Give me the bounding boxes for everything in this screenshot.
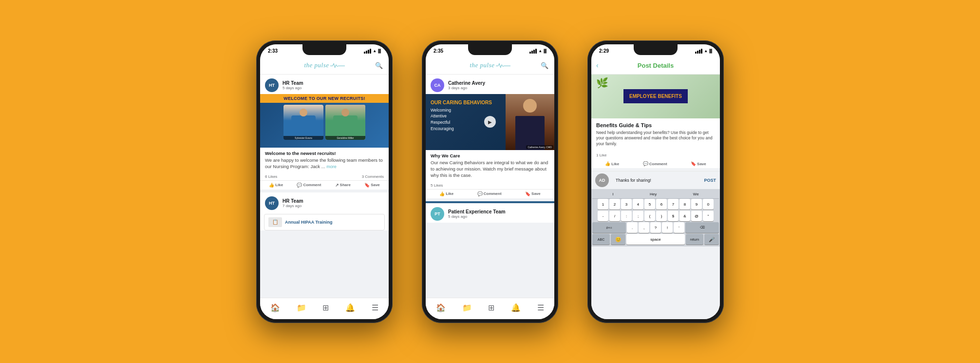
comment-btn-1[interactable]: 💬Comment [297,183,321,188]
plant-icon: 🌿 [596,77,608,89]
save-icon-1: 🔖 [364,183,370,188]
key-period[interactable]: . [627,222,638,233]
avatar-ad-1: AD [595,173,609,187]
key-space[interactable]: space [626,234,685,245]
key-row-1: 1 2 3 4 5 6 7 8 9 0 [592,199,719,210]
battery-icon-1: ▓ [378,49,381,53]
key-4[interactable]: 4 [633,199,643,210]
key-quote[interactable]: " [703,210,714,221]
author-info-ca: Catherine Avery 3 days ago [448,80,549,90]
key-exclaim[interactable]: ! [662,222,673,233]
suggest-1[interactable]: I [612,192,613,196]
pulse-svg-1 [330,62,345,68]
tab-folder-1[interactable]: 📁 [297,303,306,312]
signal-icon-3 [695,49,702,54]
key-amp[interactable]: & [679,210,690,221]
play-btn-1[interactable]: ▶ [484,116,496,128]
post-card-1: HT HR Team 5 days ago WELCOME TO OUR NEW… [260,75,389,190]
search-icon-2[interactable]: 🔍 [541,62,548,69]
save-btn-ca[interactable]: 🔖Save [525,191,541,196]
key-8[interactable]: 8 [679,199,690,210]
key-apos[interactable]: ' [674,222,684,233]
tab-bell-2[interactable]: 🔔 [511,303,521,312]
wifi-icon-1: ▲ [373,49,377,53]
suggest-3[interactable]: We [693,192,699,196]
key-7[interactable]: 7 [668,199,678,210]
tab-home-2[interactable]: 🏠 [436,303,446,312]
tab-bar-1: 🏠 📁 ⊞ 🔔 ☰ [260,298,389,319]
comment-input[interactable]: Thanks for sharing! [612,176,701,184]
like-btn-3[interactable]: 👍Like [605,161,619,166]
like-btn-1[interactable]: 👍Like [269,183,283,188]
post-time-pt: 5 days ago [448,214,549,219]
key-1[interactable]: 1 [598,199,608,210]
like-icon-ca: 👍 [439,191,445,196]
share-btn-1[interactable]: ↗Share [335,183,351,188]
key-3[interactable]: 3 [621,199,632,210]
tab-menu-2[interactable]: ☰ [537,303,544,312]
post-header-1: HT HR Team 5 days ago [260,75,389,94]
tab-menu-1[interactable]: ☰ [372,303,378,312]
post-details-content: Benefits Guide & Tips Need help understa… [591,118,720,152]
key-return[interactable]: return [686,234,703,245]
key-slash[interactable]: / [609,210,620,221]
post-actions-1: 👍Like 💬Comment ↗Share 🔖Save [260,181,389,190]
pulse-svg-2 [496,62,510,68]
post-stats-1: 6 Likes 3 Comments [260,173,389,181]
post-actions-3: 👍Like 💬Comment 🔖Save [591,159,720,168]
key-dash[interactable]: - [598,210,608,221]
caring-item-1: Welcoming [431,107,501,114]
key-0[interactable]: 0 [703,199,714,210]
key-question[interactable]: ? [650,222,661,233]
tab-bell-1[interactable]: 🔔 [345,303,355,312]
key-emoji[interactable]: 😊 [611,234,625,245]
nurse-name-tag-2: Geraldine Miller [325,136,365,140]
keyboard-3: I Hey We 1 2 3 4 5 6 7 8 [591,189,720,247]
key-comma[interactable]: , [639,222,649,233]
screen-2: 2:35 ▲ ▓ the pulse [426,44,554,319]
keyboard-rows: 1 2 3 4 5 6 7 8 9 0 - [592,199,719,245]
key-dollar[interactable]: $ [668,210,678,221]
video-container-1[interactable]: OUR CARING BEHAVIORS Welcoming Attentive… [426,94,554,150]
tab-grid-2[interactable]: ⊞ [488,303,494,312]
tab-home-1[interactable]: 🏠 [270,303,280,312]
author-name-pt: Patient Experience Team [448,209,549,214]
avatar-ht-2: HT [265,196,279,210]
tab-grid-1[interactable]: ⊞ [322,303,329,312]
hipaa-icon-1: 📋 [268,217,282,227]
notch-1 [302,44,346,55]
author-name-1: HR Team [283,80,384,86]
key-9[interactable]: 9 [691,199,702,210]
post-comment-btn[interactable]: POST [704,178,716,183]
key-oparen[interactable]: ( [644,210,655,221]
key-colon[interactable]: : [621,210,632,221]
save-btn-3[interactable]: 🔖Save [691,161,706,166]
tab-folder-2[interactable]: 📁 [462,303,472,312]
post-more-1[interactable]: more [326,164,337,169]
like-btn-ca[interactable]: 👍Like [439,191,453,196]
hipaa-preview-1: 📋 Annual HIPAA Training [264,214,385,230]
post-card-2: HT HR Team 7 days ago 📋 Annual HIPAA Tra… [260,192,389,230]
post-header-pt: PT Patient Experience Team 5 days ago [426,203,554,223]
key-at[interactable]: @ [691,210,702,221]
back-btn-3[interactable]: ‹ [596,61,599,69]
share-icon-1: ↗ [335,183,339,188]
comment-btn-3[interactable]: 💬Comment [643,161,667,166]
key-mic[interactable]: 🎤 [704,234,719,245]
key-6[interactable]: 6 [656,199,667,210]
key-abc[interactable]: ABC [592,234,610,245]
save-btn-1[interactable]: 🔖Save [364,183,380,188]
key-semi[interactable]: ; [633,210,643,221]
key-backspace[interactable]: ⌫ [685,222,719,233]
likes-count-1: 6 Likes [265,174,277,179]
key-hash[interactable]: #+= [592,222,626,233]
tab-bar-2: 🏠 📁 ⊞ 🔔 ☰ [426,298,554,319]
suggest-2[interactable]: Hey [650,192,657,196]
key-5[interactable]: 5 [644,199,655,210]
comment-btn-ca[interactable]: 💬Comment [477,191,502,196]
search-icon-1[interactable]: 🔍 [375,62,383,69]
key-cparen[interactable]: ) [656,210,667,221]
screen-1: 2:33 ▲ ▓ the pulse [260,44,389,319]
author-info-1: HR Team 5 days ago [283,80,384,90]
key-2[interactable]: 2 [609,199,620,210]
